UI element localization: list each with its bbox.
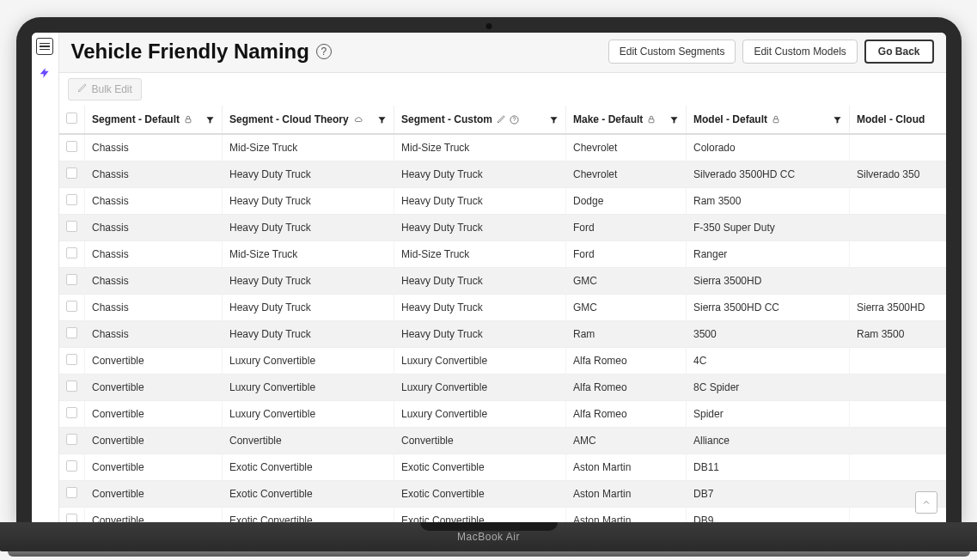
cell-segment-cloud: Heavy Duty Truck: [223, 215, 394, 241]
cell-model-cloud: Ram 3500: [850, 321, 946, 348]
cell-segment-custom: Luxury Convertible: [394, 348, 566, 374]
row-checkbox[interactable]: [66, 380, 77, 392]
cell-model: Silverado 3500HD CC: [687, 161, 850, 188]
filter-icon[interactable]: [833, 115, 842, 125]
scroll-top-button[interactable]: [915, 491, 937, 514]
help-icon[interactable]: ?: [316, 44, 332, 59]
row-checkbox[interactable]: [66, 167, 77, 179]
row-checkbox[interactable]: [66, 460, 77, 472]
table-row[interactable]: ChassisHeavy Duty TruckHeavy Duty TruckD…: [59, 188, 946, 215]
row-checkbox-cell: [59, 215, 85, 241]
select-all-header: [59, 106, 85, 134]
table-row[interactable]: ChassisHeavy Duty TruckHeavy Duty TruckF…: [59, 215, 946, 241]
cell-segment-custom: Convertible: [394, 428, 566, 454]
cell-segment-default: Chassis: [85, 215, 223, 241]
bolt-icon[interactable]: [39, 65, 51, 83]
table-row[interactable]: ConvertibleExotic ConvertibleExotic Conv…: [59, 508, 946, 523]
row-checkbox[interactable]: [66, 301, 77, 312]
cell-segment-default: Convertible: [85, 428, 223, 454]
filter-icon[interactable]: [377, 115, 387, 125]
row-checkbox-cell: [59, 134, 85, 161]
data-table: Segment - Default Segment - Cloud Theory: [59, 106, 946, 522]
cell-segment-default: Convertible: [85, 508, 223, 523]
cell-model: Sierra 3500HD: [687, 268, 850, 295]
go-back-button[interactable]: Go Back: [864, 40, 934, 64]
cell-make: Dodge: [566, 188, 687, 215]
cell-model-cloud: [850, 348, 946, 374]
cell-segment-custom: Heavy Duty Truck: [394, 161, 566, 188]
table-row[interactable]: ChassisHeavy Duty TruckHeavy Duty TruckG…: [59, 295, 946, 321]
laptop-base: MacBook Air: [0, 522, 977, 551]
row-checkbox[interactable]: [66, 514, 77, 522]
cell-segment-cloud: Heavy Duty Truck: [223, 188, 394, 215]
filter-icon[interactable]: [205, 115, 215, 125]
header-actions: Edit Custom Segments Edit Custom Models …: [608, 40, 934, 64]
filter-icon[interactable]: [669, 115, 679, 125]
filter-icon[interactable]: [549, 115, 559, 125]
row-checkbox-cell: [59, 268, 85, 295]
svg-rect-2: [649, 119, 654, 123]
table-row[interactable]: ChassisMid-Size TruckMid-Size TruckFordR…: [59, 241, 946, 268]
row-checkbox[interactable]: [66, 354, 77, 365]
table-row[interactable]: ConvertibleExotic ConvertibleExotic Conv…: [59, 454, 946, 481]
row-checkbox[interactable]: [66, 407, 77, 418]
main: Vehicle Friendly Naming ? Edit Custom Se…: [59, 33, 946, 522]
menu-icon[interactable]: [36, 38, 53, 55]
edit-custom-segments-button[interactable]: Edit Custom Segments: [608, 40, 736, 64]
cell-model-cloud: [850, 454, 946, 481]
cell-make: Ford: [566, 241, 687, 268]
cell-segment-default: Chassis: [85, 161, 223, 188]
lock-icon: [647, 115, 656, 124]
row-checkbox-cell: [59, 295, 85, 321]
col-segment-cloud: Segment - Cloud Theory: [223, 106, 394, 134]
select-all-checkbox[interactable]: [66, 113, 77, 124]
table-row[interactable]: ConvertibleConvertibleConvertibleAMCAlli…: [59, 428, 946, 454]
row-checkbox[interactable]: [66, 221, 77, 232]
cell-model-cloud: [850, 401, 946, 428]
col-segment-custom: Segment - Custom: [394, 106, 566, 134]
table-row[interactable]: ConvertibleLuxury ConvertibleLuxury Conv…: [59, 401, 946, 428]
table-row[interactable]: ChassisHeavy Duty TruckHeavy Duty TruckC…: [59, 161, 946, 188]
table-row[interactable]: ChassisHeavy Duty TruckHeavy Duty TruckR…: [59, 321, 946, 348]
row-checkbox-cell: [59, 374, 85, 401]
col-make-default: Make - Default: [566, 106, 687, 134]
cell-make: Ford: [566, 215, 687, 241]
edit-custom-models-button[interactable]: Edit Custom Models: [742, 40, 857, 64]
table-row[interactable]: ConvertibleExotic ConvertibleExotic Conv…: [59, 481, 946, 508]
pen-icon: [497, 115, 505, 124]
cell-segment-custom: Exotic Convertible: [394, 454, 566, 481]
row-checkbox[interactable]: [66, 434, 77, 445]
cell-model-cloud: Sierra 3500HD: [850, 295, 946, 321]
cell-segment-cloud: Luxury Convertible: [223, 374, 394, 401]
laptop-frame: Vehicle Friendly Naming ? Edit Custom Se…: [16, 17, 962, 522]
cell-make: Ram: [566, 321, 687, 348]
table-row[interactable]: ConvertibleLuxury ConvertibleLuxury Conv…: [59, 374, 946, 401]
row-checkbox[interactable]: [66, 247, 77, 259]
row-checkbox-cell: [59, 428, 85, 454]
table-row[interactable]: ChassisHeavy Duty TruckHeavy Duty TruckG…: [59, 268, 946, 295]
cell-segment-custom: Heavy Duty Truck: [394, 215, 566, 241]
row-checkbox[interactable]: [66, 274, 77, 285]
question-icon[interactable]: [510, 115, 519, 125]
row-checkbox[interactable]: [66, 194, 77, 205]
page-title: Vehicle Friendly Naming: [71, 40, 309, 64]
cell-segment-default: Chassis: [85, 241, 223, 268]
camera-dot: [485, 23, 492, 29]
table-row[interactable]: ConvertibleLuxury ConvertibleLuxury Conv…: [59, 348, 946, 374]
row-checkbox[interactable]: [66, 487, 77, 498]
row-checkbox[interactable]: [66, 327, 77, 338]
table-row[interactable]: ChassisMid-Size TruckMid-Size TruckChevr…: [59, 134, 946, 161]
cell-model: 4C: [687, 348, 850, 374]
cell-model: 8C Spider: [687, 374, 850, 401]
cell-segment-cloud: Convertible: [223, 428, 394, 454]
cell-segment-custom: Mid-Size Truck: [394, 134, 566, 161]
table-wrap[interactable]: Segment - Default Segment - Cloud Theory: [59, 106, 946, 522]
cell-segment-default: Convertible: [85, 374, 223, 401]
cell-model-cloud: [850, 428, 946, 454]
row-checkbox[interactable]: [66, 141, 77, 152]
cell-model: Alliance: [687, 428, 850, 454]
bulk-edit-button[interactable]: Bulk Edit: [68, 78, 142, 100]
cell-model: DB9: [687, 508, 850, 523]
cell-segment-cloud: Heavy Duty Truck: [223, 268, 394, 295]
row-checkbox-cell: [59, 454, 85, 481]
